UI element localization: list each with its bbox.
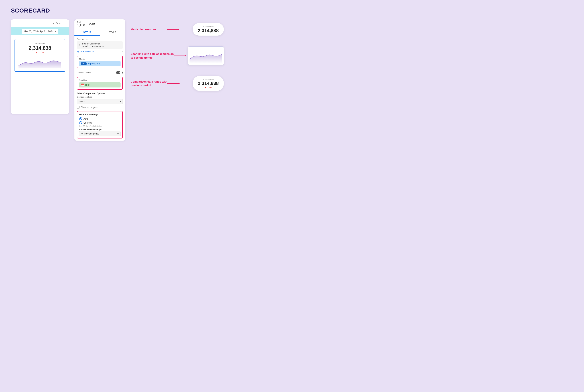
panel-body: Data source ✏ Search Console sc-domain:p…	[74, 36, 125, 141]
annotation-comparison-arrow	[178, 82, 180, 84]
chart-header: Total 1,168 Chart ⌄	[74, 20, 125, 29]
optional-metrics-label: Optional metrics	[77, 72, 91, 74]
annotation-sparkline-arrow	[184, 55, 186, 56]
custom-radio[interactable]	[79, 121, 82, 124]
scorecard-value: 2,314,838	[18, 45, 61, 51]
annotation-comparison-line	[168, 83, 178, 84]
data-source-section: Data source ✏ Search Console sc-domain:p…	[77, 38, 123, 53]
annotation-comparison: Comparison date range with previous peri…	[131, 76, 224, 91]
annotation-sparkline: Sparkline with date as dimension to see …	[131, 46, 224, 65]
date-bar: Mar 23, 2024 - Apr 21, 2024 ▾	[11, 27, 69, 36]
blend-data-label: BLEND DATA	[80, 50, 94, 53]
date-range-selector[interactable]: Mar 23, 2024 - Apr 21, 2024 ▾	[22, 29, 58, 34]
reset-icon: ↩	[53, 22, 55, 24]
annotation-comparison-content: Impressions 2,314,838 ▼ -7.0%	[192, 76, 224, 91]
sparkline-chip[interactable]: 📅 Date	[79, 82, 120, 88]
annotation-metric: Metric: impressions Impressions 2,314,83…	[131, 23, 224, 36]
help-icon: ?	[121, 50, 123, 53]
annotation-metric-content: Impressions 2,314,838	[192, 23, 224, 36]
date-range-section-label: Default date range	[79, 113, 120, 116]
annotation-comparison-connector	[168, 82, 191, 84]
metric-name: Impressions	[88, 62, 100, 65]
show-progress-row: Show as progress	[77, 106, 123, 108]
comparison-type-value: Period	[79, 100, 85, 103]
setup-panel: Total 1,168 Chart ⌄ SETUP STYLE Data sou…	[74, 20, 125, 141]
comparison-section: Other Comparison Options Comparison type…	[77, 92, 123, 108]
scorecard-change: ▼ -7.0%	[18, 51, 61, 54]
sub-label: Last 30 days (exclude today)	[79, 125, 120, 127]
sparkline-label: Sparkline	[79, 79, 120, 81]
annotation-comparison-title: Comparison date range with previous peri…	[131, 80, 168, 87]
optional-metrics-row: Optional metrics	[77, 71, 123, 74]
sparkline-preview	[18, 56, 61, 68]
reset-button[interactable]: ↩ Reset	[53, 22, 61, 24]
comparison-card-value: 2,314,838	[198, 80, 219, 86]
data-source-label: Data source	[77, 38, 123, 40]
metric-card-label: Impressions	[198, 25, 219, 28]
show-progress-label: Show as progress	[81, 106, 98, 108]
metric-pill-card: Impressions 2,314,838	[192, 23, 224, 36]
annotation-sparkline-connector	[174, 55, 186, 56]
annotation-sparkline-title: Sparkline with date as dimension to see …	[131, 52, 174, 60]
annotation-metric-connector	[167, 28, 191, 30]
tabs: SETUP STYLE	[74, 29, 125, 36]
annotation-metric-line	[167, 29, 178, 30]
sparkline-thumb	[188, 46, 224, 65]
show-progress-checkbox[interactable]	[77, 106, 80, 108]
chevron-down-icon: ▾	[55, 30, 56, 33]
aut-badge: AUT	[81, 62, 86, 65]
annotation-metric-label-block: Metric: impressions	[131, 28, 167, 31]
page-title: SCORECARD	[11, 7, 573, 14]
panel-header: ↩ Reset ⋮	[11, 20, 69, 27]
chart-type-chevron[interactable]: ⌄	[120, 22, 123, 26]
metric-section: Metric AUT Impressions	[77, 56, 123, 68]
more-options-icon[interactable]: ⋮	[63, 21, 66, 25]
auto-radio[interactable]	[79, 117, 82, 120]
previous-period-icon: ↪	[81, 132, 83, 135]
metric-label: Metric	[79, 58, 120, 60]
date-range-section: Default date range Auto Custom Last 30 d…	[77, 111, 123, 138]
data-source-name: Search Console sc-domain:portermetrics.c…	[82, 42, 121, 48]
blend-data-row[interactable]: ⊕ BLEND DATA ?	[77, 50, 123, 53]
total-value: 1,168	[77, 23, 85, 27]
comparison-type-label: Comparison type	[77, 96, 123, 98]
custom-radio-row: Custom	[79, 121, 120, 124]
tab-style[interactable]: STYLE	[100, 29, 125, 36]
total-label: Total	[77, 21, 81, 23]
comparison-card-label: Impressions	[198, 78, 219, 80]
annotation-metric-title: Metric: impressions	[131, 28, 167, 31]
comparison-card-change: ▼ -7.0%	[198, 86, 219, 89]
scorecard-label: Impressions	[18, 42, 61, 44]
chart-type-label: Chart	[88, 22, 119, 26]
plus-icon: ⊕	[77, 50, 79, 53]
calendar-icon: 📅	[81, 84, 84, 86]
comparison-type-chevron: ▾	[120, 100, 121, 103]
chart-preview-panel: ↩ Reset ⋮ Mar 23, 2024 - Apr 21, 2024 ▾ …	[11, 20, 69, 114]
previous-period-label: Previous period	[84, 132, 99, 135]
tab-setup[interactable]: SETUP	[74, 29, 100, 36]
custom-label: Custom	[84, 122, 92, 124]
prev-period-chevron: ▾	[118, 132, 118, 135]
metric-card-value: 2,314,838	[198, 28, 219, 34]
sparkline-dimension: Date	[85, 84, 90, 86]
annotation-comparison-label-block: Comparison date range with previous peri…	[131, 80, 168, 87]
annotation-metric-arrow	[178, 28, 179, 30]
comparison-type-dropdown[interactable]: Period ▾	[77, 99, 123, 104]
auto-label: Auto	[84, 118, 88, 120]
chart-preview-area: Impressions 2,314,838 ▼ -7.0%	[11, 36, 69, 75]
annotations-area: Metric: impressions Impressions 2,314,83…	[131, 20, 224, 91]
comparison-pill-card: Impressions 2,314,838 ▼ -7.0%	[192, 76, 224, 91]
pencil-icon: ✏	[79, 44, 81, 46]
comparison-options-label: Other Comparison Options	[77, 92, 123, 95]
data-source-row[interactable]: ✏ Search Console sc-domain:portermetrics…	[77, 42, 123, 49]
sparkline-section: Sparkline 📅 Date	[77, 77, 123, 90]
auto-radio-row: Auto	[79, 117, 120, 120]
annotation-sparkline-line	[174, 56, 184, 56]
comparison-date-label: Comparison date range	[79, 128, 120, 130]
optional-metrics-toggle[interactable]	[116, 71, 123, 74]
scorecard-widget: Impressions 2,314,838 ▼ -7.0%	[14, 39, 65, 72]
annotation-sparkline-label-block: Sparkline with date as dimension to see …	[131, 52, 174, 60]
annotation-sparkline-content	[188, 46, 224, 65]
metric-chip[interactable]: AUT Impressions	[79, 61, 120, 66]
previous-period-dropdown[interactable]: ↪ Previous period ▾	[79, 131, 120, 136]
